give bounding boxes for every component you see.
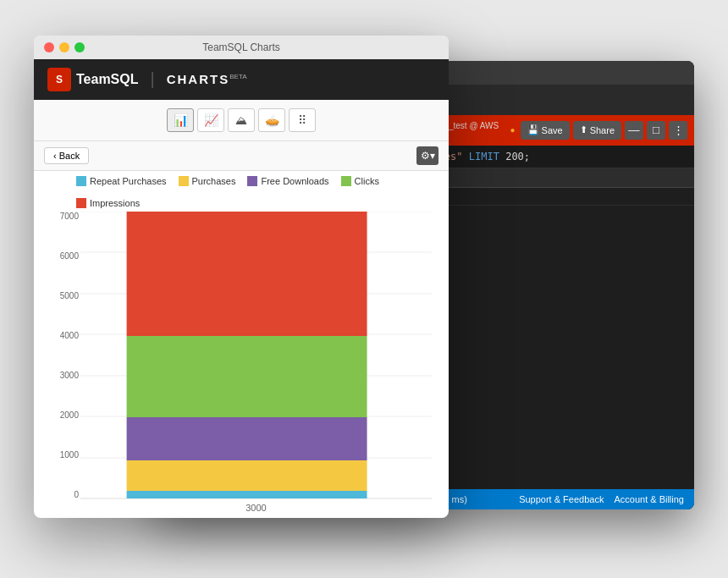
query-keyword-limit: LIMIT bbox=[469, 151, 499, 162]
legend-impressions: Impressions bbox=[76, 198, 140, 208]
chart-container: 7000 6000 5000 4000 3000 2000 1000 0 bbox=[80, 212, 432, 499]
charts-body: S TeamSQL | CHARTSBETA 📊 📈 ⛰ 🥧 bbox=[34, 59, 449, 518]
y-axis-labels: 7000 6000 5000 4000 3000 2000 1000 0 bbox=[45, 212, 79, 499]
chart-type-bar-button[interactable]: 📊 bbox=[167, 108, 194, 132]
y-label-5000: 5000 bbox=[45, 291, 79, 300]
y-label-1000: 1000 bbox=[45, 450, 79, 460]
scatter-chart-icon: ⠿ bbox=[298, 113, 306, 127]
legend-purchases: Purchases bbox=[179, 176, 236, 186]
charts-window-title: TeamSQL Charts bbox=[202, 41, 280, 53]
y-label-6000: 6000 bbox=[45, 251, 79, 261]
charts-beta-label: BETA bbox=[229, 73, 246, 80]
y-label-4000: 4000 bbox=[45, 331, 79, 340]
teamsql-logo: S TeamSQL bbox=[47, 68, 139, 91]
bar-impressions bbox=[127, 212, 367, 336]
chart-svg bbox=[80, 212, 432, 499]
bar-free-downloads bbox=[127, 417, 367, 460]
scene: TeamSQL S EXPLORER ▶ OPEN TABS + ● sales… bbox=[34, 36, 694, 543]
back-label: Back bbox=[59, 151, 80, 161]
charts-titlebar: TeamSQL Charts bbox=[34, 36, 449, 59]
legend-swatch-clicks bbox=[341, 176, 351, 186]
legend-repeat-purchases: Repeat Purchases bbox=[76, 176, 167, 186]
legend-swatch-purchases bbox=[179, 176, 189, 186]
legend-label-impressions: Impressions bbox=[90, 198, 140, 208]
close-window-button[interactable] bbox=[44, 42, 54, 52]
fullscreen-window-button[interactable] bbox=[74, 42, 85, 52]
chart-type-line-button[interactable]: 📈 bbox=[197, 108, 224, 132]
legend-free-downloads: Free Downloads bbox=[247, 176, 328, 186]
menu-button[interactable]: ⋮ bbox=[669, 121, 687, 140]
legend-label-repeat: Repeat Purchases bbox=[90, 176, 167, 186]
chart-type-area-button[interactable]: ⛰ bbox=[228, 108, 255, 132]
minimize-window-button[interactable] bbox=[59, 42, 69, 52]
bar-clicks bbox=[127, 336, 367, 417]
legend-label-clicks: Clicks bbox=[355, 176, 379, 186]
save-button[interactable]: 💾 Save bbox=[521, 121, 570, 140]
logo-text: TeamSQL bbox=[76, 72, 139, 87]
settings-button[interactable]: ⚙ ▾ bbox=[416, 146, 438, 165]
legend-swatch-impressions bbox=[76, 198, 86, 208]
save-icon: 💾 bbox=[527, 124, 539, 135]
y-label-0: 0 bbox=[45, 490, 79, 499]
pie-chart-icon: 🥧 bbox=[265, 113, 279, 127]
bar-repeat-purchases bbox=[127, 491, 367, 498]
chart-legend: Repeat Purchases Purchases Free Download… bbox=[34, 171, 449, 212]
expand-button[interactable]: □ bbox=[647, 121, 665, 140]
save-label: Save bbox=[542, 125, 563, 135]
support-link[interactable]: Support & Feedback bbox=[519, 494, 604, 504]
share-label: Share bbox=[590, 125, 615, 135]
charts-header: S TeamSQL | CHARTSBETA bbox=[34, 59, 449, 100]
y-label-7000: 7000 bbox=[45, 212, 79, 221]
bar-chart-icon: 📊 bbox=[174, 113, 188, 127]
window-controls bbox=[34, 42, 95, 52]
legend-swatch-repeat bbox=[76, 176, 86, 186]
area-chart-icon: ⛰ bbox=[235, 113, 247, 127]
chart-type-bar: 📊 📈 ⛰ 🥧 ⠿ bbox=[34, 100, 449, 141]
chart-wrapper: 7000 6000 5000 4000 3000 2000 1000 0 bbox=[34, 212, 449, 518]
bar-purchases bbox=[127, 460, 367, 491]
share-button[interactable]: ⬆ Share bbox=[573, 121, 621, 140]
share-icon: ⬆ bbox=[580, 124, 587, 135]
chart-type-scatter-button[interactable]: ⠿ bbox=[289, 108, 316, 132]
y-label-3000: 3000 bbox=[45, 371, 79, 380]
legend-clicks: Clicks bbox=[341, 176, 379, 186]
back-button[interactable]: ‹ Back bbox=[44, 147, 89, 164]
back-icon: ‹ bbox=[53, 151, 57, 161]
db-indicator-dot: ● bbox=[510, 125, 516, 135]
billing-link[interactable]: Account & Billing bbox=[614, 494, 684, 504]
x-label-3000: 3000 bbox=[245, 503, 266, 513]
y-label-2000: 2000 bbox=[45, 410, 79, 420]
x-axis-labels: 3000 bbox=[80, 499, 432, 513]
legend-swatch-downloads bbox=[247, 176, 257, 186]
minimize-button[interactable]: — bbox=[625, 121, 643, 140]
chart-controls: ‹ Back ⚙ ▾ bbox=[34, 141, 449, 171]
logo-divider: | bbox=[151, 69, 155, 89]
logo-icon: S bbox=[47, 68, 71, 91]
legend-label-downloads: Free Downloads bbox=[261, 176, 328, 186]
chevron-down-icon: ▾ bbox=[430, 150, 435, 162]
settings-icon: ⚙ bbox=[421, 150, 430, 162]
legend-label-purchases: Purchases bbox=[192, 176, 236, 186]
charts-window: TeamSQL Charts S TeamSQL | CHARTSBETA 📊 … bbox=[34, 36, 449, 518]
query-limit-value: 200; bbox=[505, 151, 530, 162]
charts-brand-label: CHARTSBETA bbox=[167, 72, 247, 86]
line-chart-icon: 📈 bbox=[204, 113, 218, 127]
chart-type-pie-button[interactable]: 🥧 bbox=[258, 108, 285, 132]
